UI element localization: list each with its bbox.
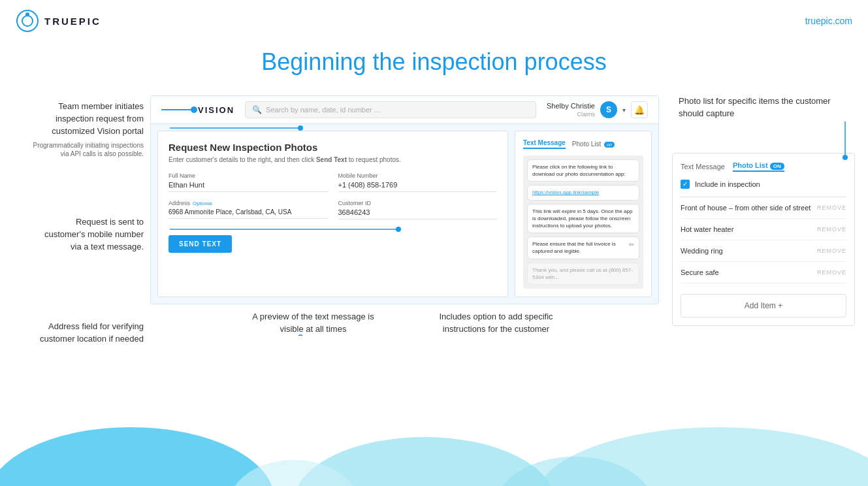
messages-container: Please click on the following link to do… (523, 155, 643, 289)
send-text-button[interactable]: SEND TEXT (169, 235, 232, 253)
message-3: This link will expire in 5 days. Once th… (527, 204, 639, 234)
photo-list-panel: Text Message Photo List ON ✓ Include in … (672, 153, 855, 326)
photo-items-list: Front of house – from other side of stre… (681, 197, 846, 284)
photo-item-3-name: Wedding ring (681, 247, 723, 255)
pl-tab-photo-list[interactable]: Photo List ON (733, 161, 784, 172)
pl-badge: ON (770, 163, 784, 170)
customer-id-value: 36846243 (338, 208, 498, 219)
tab-text-message[interactable]: Text Message (523, 139, 566, 149)
message-4: Please ensure that the full invoice is c… (527, 236, 639, 259)
message-2: https://vision.app.link/sample (527, 185, 639, 200)
mobile-value: +1 (408) 858-1769 (338, 181, 498, 192)
bottom-annotations: A preview of the text message is visible… (150, 311, 659, 336)
form-subtitle: Enter customer's details to the right, a… (169, 156, 497, 163)
subtitle-after: to request photos. (349, 156, 401, 163)
address-optional: Optional (193, 201, 212, 206)
photo-item-4-remove[interactable]: REMOVE (817, 269, 846, 276)
photo-item-2-remove[interactable]: REMOVE (817, 226, 846, 233)
full-name-label: Full Name (169, 172, 328, 179)
vision-portal: VISION 🔍 Search by name, date, id number… (150, 95, 659, 304)
center-mockup: VISION 🔍 Search by name, date, id number… (150, 95, 659, 336)
add-item-button[interactable]: Add Item + (681, 294, 846, 317)
photo-item-3-remove[interactable]: REMOVE (817, 248, 846, 254)
annotation3-main: Address field for verifying customer loc… (36, 321, 144, 346)
subtitle-before: Enter customer's details to the right, a… (169, 156, 314, 163)
form-row-1: Full Name Ethan Hunt Mobile Number +1 (4… (169, 172, 497, 192)
tab-photo-list[interactable]: Photo List on (572, 140, 615, 148)
right-annotation-arrow (835, 122, 855, 161)
form-row-2: Address Optional 6968 Ammonite Place, Ca… (169, 200, 497, 219)
vision-logo-text: VISION (198, 105, 234, 115)
subtitle-bold: Send Text (316, 156, 347, 163)
svg-point-2 (25, 12, 29, 16)
user-name: Shelby Christie (547, 102, 595, 110)
include-checkbox[interactable]: ✓ (681, 180, 690, 189)
photo-item-4-name: Secure safe (681, 268, 719, 276)
bottom-annotation-1: Includes option to add specific instruct… (431, 311, 562, 336)
form-area: Request New Inspection Photos Enter cust… (151, 124, 658, 304)
inspection-form: Request New Inspection Photos Enter cust… (157, 131, 508, 297)
user-area: Shelby Christie Claims S ▾ 🔔 (547, 101, 648, 118)
svg-point-14 (0, 427, 274, 486)
address-field: Address Optional 6968 Ammonite Place, Ca… (169, 200, 328, 219)
bottom-annotation-2: A preview of the text message is visible… (248, 311, 379, 336)
user-avatar: S (600, 101, 617, 118)
annotation2-main: Request is sent to customer's mobile num… (36, 216, 144, 253)
bottom-annotation-1-text: Includes option to add specific instruct… (431, 311, 562, 336)
app-header: TRUEPIC truepic.com (0, 0, 868, 42)
photo-item-3: Wedding ring REMOVE (681, 240, 846, 262)
pl-tab-text-message[interactable]: Text Message (681, 163, 725, 170)
annotation-request-sent: Request is sent to customer's mobile num… (36, 216, 144, 253)
truepic-logo-icon (16, 9, 39, 33)
preview-tabs: Text Message Photo List on (523, 139, 643, 149)
message-5: Thank you, and please call us at (800) 8… (527, 263, 639, 285)
user-role: Claims (547, 111, 595, 118)
photo-list-tabs: Text Message Photo List ON (681, 161, 846, 172)
search-icon: 🔍 (252, 105, 262, 114)
waves-svg (0, 401, 868, 486)
customer-id-field: Customer ID 36846243 (338, 200, 498, 219)
bottom-waves (0, 401, 868, 486)
full-name-value: Ethan Hunt (169, 181, 328, 192)
vision-search[interactable]: 🔍 Search by name, date, id number ... (245, 101, 536, 118)
address-label: Address (169, 200, 190, 206)
photo-item-4: Secure safe REMOVE (681, 262, 846, 284)
right-annotation: Photo list for specific items the custom… (672, 95, 855, 120)
svg-point-13 (843, 155, 848, 160)
annotation-address: Address field for verifying customer loc… (36, 321, 144, 346)
photo-item-2: Hot water heater REMOVE (681, 219, 846, 240)
photo-item-1-remove[interactable]: REMOVE (817, 204, 846, 211)
search-placeholder: Search by name, date, id number ... (266, 106, 380, 114)
annotation1-sub: Programmatically initiating inspections … (23, 141, 144, 158)
bottom-annotation-2-text: A preview of the text message is visible… (248, 311, 379, 336)
annotation1-main: Team member initiates inspection request… (23, 101, 144, 138)
full-name-field: Full Name Ethan Hunt (169, 172, 328, 192)
notification-bell[interactable]: 🔔 (631, 101, 648, 118)
page-title: Beginning the inspection process (0, 48, 868, 76)
mobile-label: Mobile Number (338, 172, 498, 179)
text-preview-panel: Text Message Photo List on Please click … (515, 131, 652, 297)
left-annotations: Team member initiates inspection request… (13, 95, 150, 409)
vision-logo: VISION (161, 105, 234, 115)
photo-item-1: Front of house – from other side of stre… (681, 197, 846, 219)
annotation-team-member: Team member initiates inspection request… (23, 101, 144, 158)
message-1: Please click on the following link to do… (527, 159, 639, 182)
chevron-down-icon: ▾ (622, 106, 626, 114)
mobile-field: Mobile Number +1 (408) 858-1769 (338, 172, 498, 192)
svg-point-1 (22, 16, 33, 26)
address-value: 6968 Ammonite Place, Carlsbad, CA, USA (169, 208, 328, 219)
address-label-row: Address Optional (169, 200, 328, 206)
right-panel: Photo list for specific items the custom… (672, 95, 855, 326)
photo-item-2-name: Hot water heater (681, 225, 733, 233)
vision-header: VISION 🔍 Search by name, date, id number… (151, 96, 658, 124)
site-link[interactable]: truepic.com (805, 16, 852, 26)
include-label: Include in inspection (695, 180, 760, 188)
logo-text: TRUEPIC (44, 16, 101, 27)
edit-icon[interactable]: ✏ (629, 240, 634, 250)
right-annotation-text: Photo list for specific items the custom… (672, 95, 855, 120)
include-inspection-row[interactable]: ✓ Include in inspection (681, 180, 846, 189)
form-title: Request New Inspection Photos (169, 142, 497, 153)
customer-id-label: Customer ID (338, 200, 498, 206)
photo-item-1-name: Front of house – from other side of stre… (681, 204, 811, 212)
user-info: Shelby Christie Claims (547, 102, 595, 117)
